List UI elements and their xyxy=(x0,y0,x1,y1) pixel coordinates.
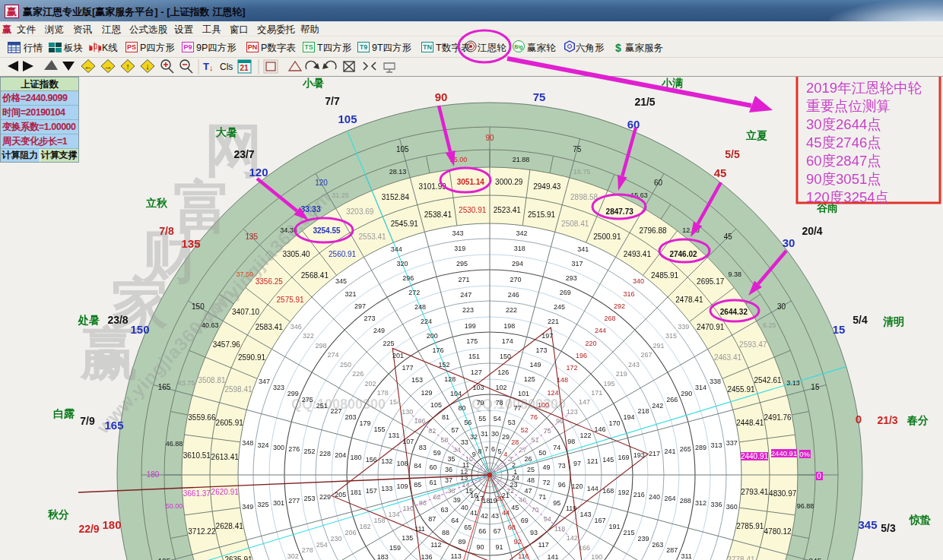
svg-text:228: 228 xyxy=(319,450,331,457)
svg-text:2635.91: 2635.91 xyxy=(224,555,252,560)
svg-text:3305.40: 3305.40 xyxy=(282,250,310,258)
svg-text:199: 199 xyxy=(465,322,476,330)
svg-text:30: 30 xyxy=(777,302,786,311)
svg-text:180: 180 xyxy=(147,470,160,479)
svg-text:109: 109 xyxy=(396,482,408,490)
svg-text:240: 240 xyxy=(649,493,660,501)
svg-text:89: 89 xyxy=(458,538,465,546)
svg-text:46.88: 46.88 xyxy=(166,440,183,448)
svg-text:29: 29 xyxy=(502,433,510,441)
svg-text:3559.66: 3559.66 xyxy=(188,413,216,422)
svg-text:100: 100 xyxy=(538,401,549,409)
svg-text:2575.91: 2575.91 xyxy=(277,296,305,304)
svg-text:30: 30 xyxy=(783,236,795,249)
svg-text:288: 288 xyxy=(680,497,691,505)
svg-text:105: 105 xyxy=(396,145,409,153)
svg-text:3712.22: 3712.22 xyxy=(188,527,216,536)
svg-text:60: 60 xyxy=(654,179,663,187)
svg-text:221: 221 xyxy=(548,318,559,325)
svg-text:77: 77 xyxy=(513,404,521,412)
svg-text:276: 276 xyxy=(288,445,300,453)
svg-text:247: 247 xyxy=(460,291,472,299)
svg-text:2793.41: 2793.41 xyxy=(741,488,769,496)
svg-text:90: 90 xyxy=(435,90,448,103)
svg-text:85: 85 xyxy=(414,481,421,489)
svg-text:144: 144 xyxy=(587,485,599,492)
svg-text:T: T xyxy=(203,61,209,72)
svg-text:171: 171 xyxy=(591,389,602,397)
svg-text:7/7: 7/7 xyxy=(325,95,340,107)
svg-text:337: 337 xyxy=(726,439,738,447)
svg-text:2553.41: 2553.41 xyxy=(359,233,387,241)
svg-text:176: 176 xyxy=(433,346,444,354)
svg-text:2542.61: 2542.61 xyxy=(754,376,782,384)
svg-text:302: 302 xyxy=(287,552,299,560)
svg-text:48: 48 xyxy=(527,476,535,484)
svg-text:348: 348 xyxy=(242,439,253,447)
svg-text:157: 157 xyxy=(366,487,377,495)
svg-text:251: 251 xyxy=(316,402,328,410)
svg-text:2898.58: 2898.58 xyxy=(570,193,599,201)
svg-text:2605.91: 2605.91 xyxy=(216,419,244,427)
svg-text:225: 225 xyxy=(383,340,394,347)
svg-text:194: 194 xyxy=(623,413,634,421)
svg-text:181: 181 xyxy=(350,489,361,496)
svg-text:60: 60 xyxy=(627,118,640,131)
svg-text:294: 294 xyxy=(512,260,523,267)
svg-text:4780.12: 4780.12 xyxy=(764,527,792,536)
svg-text:2593.47: 2593.47 xyxy=(739,340,767,349)
svg-text:217: 217 xyxy=(649,450,660,457)
svg-text:51: 51 xyxy=(531,436,538,444)
svg-text:63: 63 xyxy=(440,506,448,514)
svg-text:135: 135 xyxy=(181,237,200,250)
svg-text:0%: 0% xyxy=(799,450,810,458)
svg-text:62: 62 xyxy=(433,493,441,501)
svg-text:55: 55 xyxy=(478,415,486,422)
svg-text:311: 311 xyxy=(681,552,692,560)
svg-text:343: 343 xyxy=(452,229,464,237)
svg-text:2019年江恩轮中轮: 2019年江恩轮中轮 xyxy=(806,80,922,96)
svg-text:3203.69: 3203.69 xyxy=(346,207,374,216)
svg-text:Big: Big xyxy=(514,44,522,50)
svg-text:94: 94 xyxy=(544,515,551,523)
svg-text:45度2746点: 45度2746点 xyxy=(806,134,881,150)
svg-text:150: 150 xyxy=(130,323,149,336)
svg-text:110: 110 xyxy=(403,505,414,512)
svg-text:242: 242 xyxy=(652,402,663,410)
svg-text:349: 349 xyxy=(242,503,253,511)
svg-text:135: 135 xyxy=(402,534,413,542)
svg-text:9.38: 9.38 xyxy=(729,271,742,278)
svg-text:273: 273 xyxy=(364,315,375,322)
svg-text:↑: ↑ xyxy=(125,62,130,71)
svg-text:142: 142 xyxy=(567,534,578,542)
svg-text:133: 133 xyxy=(381,485,392,492)
svg-text:72: 72 xyxy=(542,479,550,486)
svg-text:215: 215 xyxy=(623,529,634,536)
svg-text:218: 218 xyxy=(637,407,649,415)
svg-text:152: 152 xyxy=(438,361,449,369)
svg-text:31.25: 31.25 xyxy=(332,191,349,199)
svg-text:24: 24 xyxy=(512,474,519,482)
svg-text:30: 30 xyxy=(491,430,499,438)
svg-text:42: 42 xyxy=(481,512,488,520)
svg-text:2523.41: 2523.41 xyxy=(494,206,522,214)
svg-text:50.00: 50.00 xyxy=(166,502,183,510)
svg-text:101: 101 xyxy=(518,390,529,397)
svg-text:148: 148 xyxy=(557,376,568,384)
svg-text:65: 65 xyxy=(464,524,472,531)
svg-text:富: 富 xyxy=(173,175,231,239)
svg-text:121: 121 xyxy=(587,457,599,465)
svg-text:3152.84: 3152.84 xyxy=(382,193,410,201)
svg-text:7: 7 xyxy=(484,445,488,453)
svg-text:2463.41: 2463.41 xyxy=(714,353,742,362)
svg-text:95: 95 xyxy=(553,499,560,507)
svg-text:67: 67 xyxy=(494,527,501,535)
svg-text:31: 31 xyxy=(481,430,488,438)
svg-text:3661.37: 3661.37 xyxy=(183,489,211,498)
svg-text:22/9: 22/9 xyxy=(78,523,99,535)
svg-text:3407.10: 3407.10 xyxy=(232,308,260,316)
svg-text:325: 325 xyxy=(258,501,269,508)
svg-text:60度2847点: 60度2847点 xyxy=(806,153,881,169)
svg-text:33: 33 xyxy=(461,438,468,446)
svg-text:263: 263 xyxy=(652,541,663,549)
